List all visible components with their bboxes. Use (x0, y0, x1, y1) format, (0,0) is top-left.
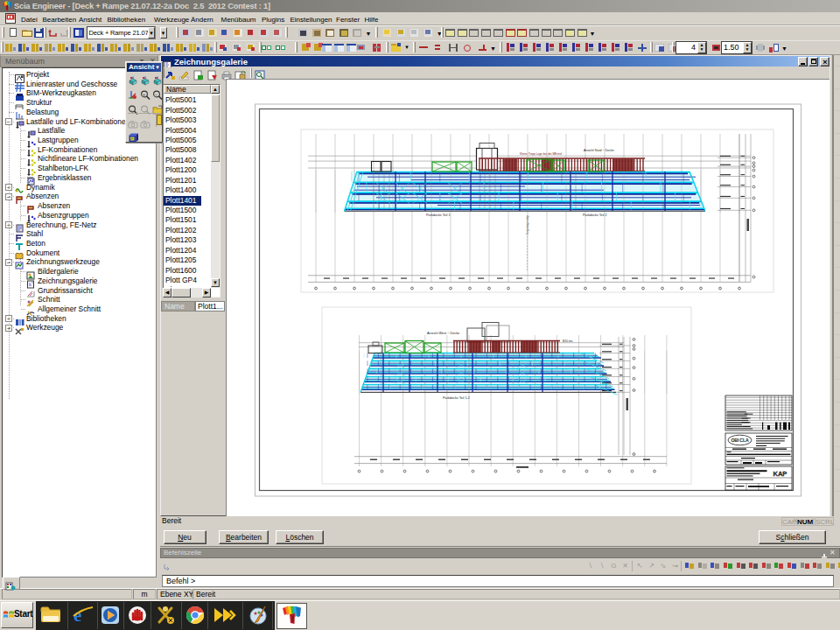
svg-text:B20 ms: B20 ms (563, 340, 573, 343)
svg-text:KAP: KAP (774, 470, 788, 478)
svg-text:−: − (155, 92, 158, 97)
svg-text:Parkdecks Teil 2: Parkdecks Teil 2 (583, 214, 607, 217)
svg-text:+: + (143, 92, 145, 97)
svg-text:Parkdecks Teil 1: Parkdecks Teil 1 (426, 214, 451, 217)
svg-text:Treppenlage mittig: Treppenlage mittig (526, 215, 529, 234)
svg-text:↔: ↔ (130, 108, 133, 112)
svg-text:Parkdecks Teil 1-2: Parkdecks Teil 1-2 (443, 396, 470, 400)
svg-text:OBI CLA: OBI CLA (732, 438, 749, 443)
svg-text:Ansicht Nord − Decke: Ansicht Nord − Decke (584, 149, 614, 152)
svg-text:Kleine Trepp.Lage bei der MB.m: Kleine Trepp.Lage bei der MB.msf (520, 152, 562, 156)
svg-text:Ansicht West − Decke: Ansicht West − Decke (427, 332, 459, 335)
